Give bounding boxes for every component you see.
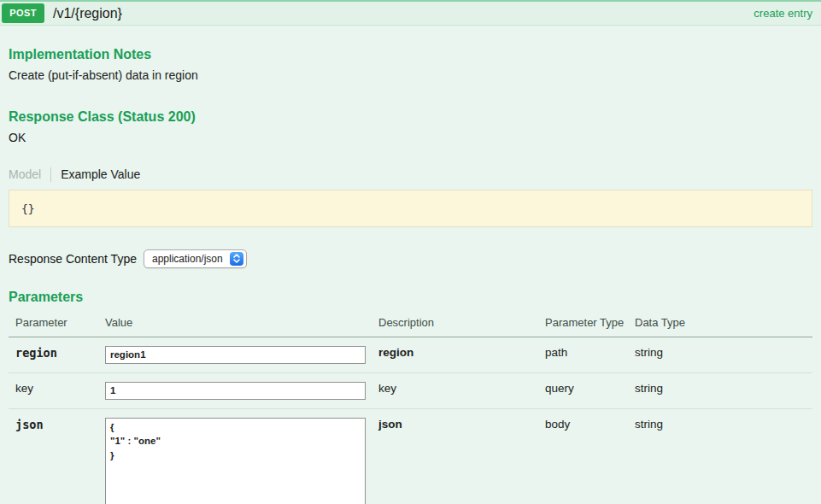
region-value-input[interactable]: [105, 346, 366, 364]
col-header-parameter: Parameter: [9, 312, 105, 337]
param-name: json: [9, 408, 105, 504]
col-header-description: Description: [378, 312, 545, 337]
chevron-up-down-icon: [230, 252, 243, 266]
implementation-notes-heading: Implementation Notes: [9, 46, 812, 62]
parameters-table: Parameter Value Description Parameter Ty…: [9, 312, 812, 504]
implementation-notes-text: Create (put-if-absent) data in region: [9, 67, 812, 85]
tab-example-value[interactable]: Example Value: [61, 167, 140, 181]
param-description: region: [378, 337, 545, 372]
operation-content: Implementation Notes Create (put-if-abse…: [0, 46, 821, 504]
param-type: query: [545, 372, 635, 408]
http-method-badge[interactable]: POST: [2, 3, 44, 23]
table-row-json: json { "1" : "one" } Parameter content t…: [9, 408, 812, 504]
response-class-heading: Response Class (Status 200): [9, 108, 812, 125]
param-description: key: [378, 372, 545, 408]
table-row-key: key key query string: [9, 372, 812, 408]
response-content-type-select[interactable]: application/json: [144, 249, 247, 268]
param-description: json: [378, 408, 545, 504]
col-header-data-type: Data Type: [635, 312, 812, 337]
parameters-heading: Parameters: [9, 289, 812, 305]
operation-path-link[interactable]: /v1/{region}: [53, 6, 122, 21]
param-name: key: [9, 372, 105, 408]
param-name: region: [9, 337, 105, 372]
operation-panel: POST /v1/{region} create entry Implement…: [0, 0, 821, 504]
param-data-type: string: [635, 372, 812, 408]
tab-model[interactable]: Model: [9, 167, 41, 181]
json-body-textarea[interactable]: { "1" : "one" }: [105, 418, 366, 504]
example-value-code: {}: [21, 202, 35, 215]
param-type: body: [545, 408, 635, 504]
key-value-input[interactable]: [105, 382, 366, 400]
response-content-type-value: application/json: [152, 253, 223, 265]
create-entry-link[interactable]: create entry: [754, 7, 812, 20]
response-content-type-row: Response Content Type application/json: [9, 249, 812, 268]
param-type: path: [545, 337, 635, 372]
response-content-type-label: Response Content Type: [9, 252, 137, 266]
tab-divider: [50, 167, 51, 182]
param-data-type: string: [635, 337, 812, 372]
table-row-region: region region path string: [9, 337, 812, 372]
response-class-text: OK: [9, 130, 812, 147]
model-example-tabs: Model Example Value: [9, 167, 812, 182]
col-header-value: Value: [105, 312, 378, 337]
param-data-type: string: [635, 408, 812, 504]
example-value-box: {}: [9, 190, 812, 227]
col-header-parameter-type: Parameter Type: [545, 312, 635, 337]
parameters-header-row: Parameter Value Description Parameter Ty…: [9, 312, 812, 337]
operation-header: POST /v1/{region} create entry: [0, 0, 821, 26]
